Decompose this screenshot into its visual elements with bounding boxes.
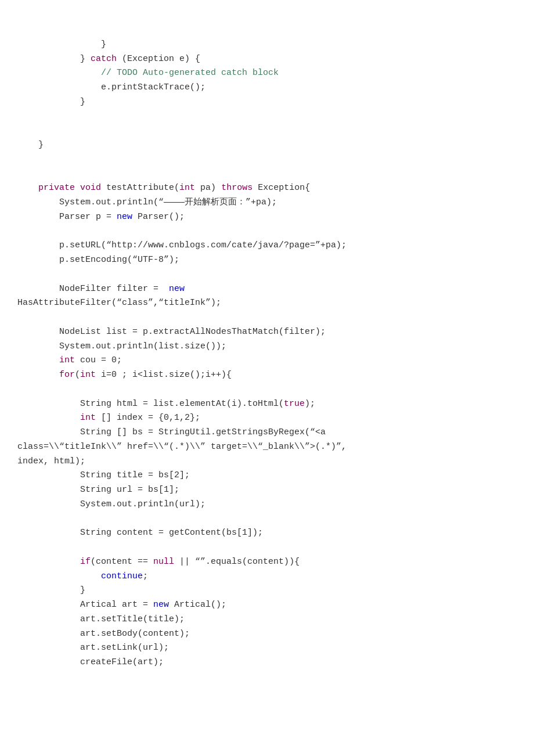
line-15: p.setURL(“http://www.cnblogs.com/cate/ja… [17, 240, 347, 250]
line-30: index, html); [17, 456, 85, 466]
line-29: class=\\“titleInk\\” href=\\“(.*)\\” tar… [17, 442, 347, 452]
code-container: } } catch (Exception e) { // TODO Auto-g… [0, 12, 534, 756]
line-21: NodeList list = p.extractAllNodesThatMat… [17, 327, 326, 337]
line-39: } [17, 585, 85, 595]
line-1: } [17, 39, 106, 49]
line-38: continue; [17, 571, 148, 581]
code-block: } } catch (Exception e) { // TODO Auto-g… [17, 23, 517, 685]
line-18: NodeFilter filter = new [17, 284, 185, 294]
line-32: String url = bs[1]; [17, 485, 179, 495]
line-43: art.setLink(url); [17, 643, 169, 653]
line-19: HasAttributeFilter(“class”,“titleInk”); [17, 298, 221, 308]
line-3: // TODO Auto-generated catch block [17, 68, 279, 78]
line-40: Artical art = new Artical(); [17, 600, 226, 610]
line-2: } catch (Exception e) { [17, 54, 200, 64]
line-24: for(int i=0 ; i<list.size();i++){ [17, 370, 232, 380]
line-41: art.setTitle(title); [17, 614, 185, 624]
line-13: Parser p = new Parser(); [17, 212, 185, 222]
line-37: if(content == null || “”.equals(content)… [17, 557, 300, 567]
line-23: int cou = 0; [17, 355, 122, 365]
line-31: String title = bs[2]; [17, 470, 190, 480]
line-22: System.out.println(list.size()); [17, 341, 226, 351]
line-33: System.out.println(url); [17, 499, 205, 509]
line-11: private void testAttribute(int pa) throw… [17, 183, 310, 193]
line-16: p.setEncoding(“UTF-8”); [17, 255, 179, 265]
line-26: String html = list.elementAt(i).toHtml(t… [17, 399, 315, 409]
line-12: System.out.println(“————开始解析页面：”+pa); [17, 197, 277, 207]
line-4: e.printStackTrace(); [17, 82, 205, 92]
line-27: int [] index = {0,1,2}; [17, 413, 200, 423]
line-5: } [17, 97, 85, 107]
line-35: String content = getContent(bs[1]); [17, 528, 263, 538]
line-8: } [17, 140, 44, 150]
line-42: art.setBody(content); [17, 629, 190, 639]
line-44: createFile(art); [17, 657, 164, 667]
line-28: String [] bs = StringUtil.getStringsByRe… [17, 427, 326, 437]
